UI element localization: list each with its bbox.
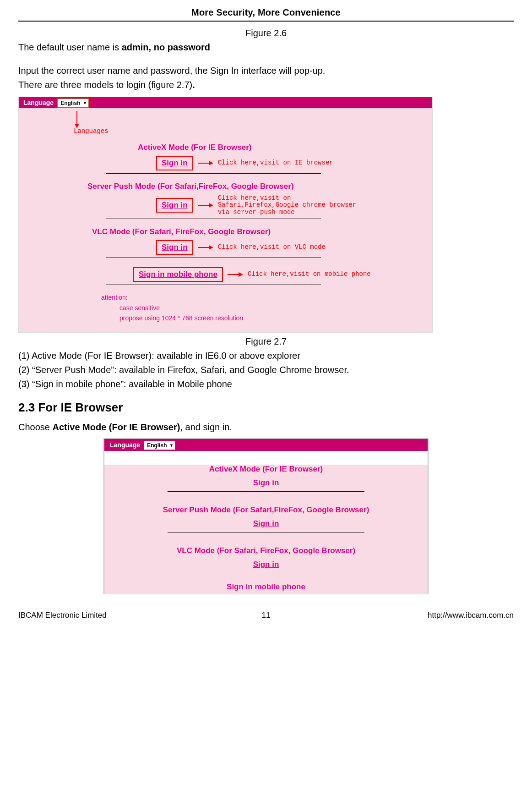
list-mode-2: (2) “Server Push Mode”: available in Fir… (18, 364, 514, 376)
language-select-wrap: English ▾ (57, 99, 89, 106)
choose-bold: Active Mode (For IE Browser) (53, 422, 180, 432)
list-mode-3: (3) “Sign in mobile phone”: available in… (18, 378, 514, 390)
languages-callout-text: Languages (74, 127, 109, 135)
intro-line-1-bold: admin, no password (122, 42, 210, 52)
signin-mobile-link[interactable]: Sign in mobile phone (225, 582, 307, 592)
language-bar: Language English ▾ (104, 439, 428, 451)
signin-serverpush-row: Sign in Click here,visit on Safari,Firef… (156, 195, 432, 216)
language-label: Language (110, 441, 140, 449)
signin-vlc-link[interactable]: Sign in (162, 243, 188, 252)
signin-panel: Languages ActiveX Mode (For IE Browser) … (19, 108, 432, 332)
attention-line-2: propose using 1024 * 768 screen resoluti… (101, 313, 432, 323)
callout-push-text: Click here,visit on Safari,Firefox,Googl… (218, 195, 356, 216)
figure-clean-box: Language English ▾ ActiveX Mode (For IE … (103, 438, 429, 594)
arrow-right-icon (228, 271, 243, 278)
footer-page-number: 11 (184, 611, 349, 620)
mode-serverpush-title: Server Push Mode (For Safari,FireFox, Go… (104, 505, 428, 515)
page-header-title: More Security, More Convenience (18, 7, 514, 18)
mode-divider (106, 285, 321, 285)
attention-block: attention: case sensitive propose using … (101, 292, 432, 323)
red-box-annotation: Sign in (156, 198, 193, 213)
figure-caption-26: Figure 2.6 (18, 28, 514, 38)
language-bar: Language English ▾ (19, 97, 432, 108)
figure-caption-27: Figure 2.7 (18, 336, 514, 347)
callout-ie-text: Click here,visit on IE browser (218, 159, 333, 166)
signin-activex-link[interactable]: Sign in (251, 477, 281, 488)
signin-vlc-row: Sign in Click here,visit on VLC mode (156, 240, 432, 255)
signin-panel: ActiveX Mode (For IE Browser) Sign in Se… (104, 465, 428, 594)
mode-serverpush-title: Server Push Mode (For Safari,FireFox, Go… (87, 182, 432, 191)
signin-serverpush-link[interactable]: Sign in (251, 518, 281, 529)
red-box-annotation: Sign in (156, 240, 193, 255)
attention-label: attention: (101, 294, 128, 301)
intro-line-3-pre: There are three models to login (figure … (18, 80, 192, 90)
callout-mobile-text: Click here,visit on mobile phone (248, 271, 371, 278)
language-select[interactable]: English (144, 441, 175, 450)
signin-mobile-link[interactable]: Sign in mobile phone (139, 270, 217, 279)
signin-activex-link[interactable]: Sign in (162, 159, 188, 167)
callout-vlc-text: Click here,visit on VLC mode (218, 244, 326, 251)
svg-marker-9 (239, 272, 243, 277)
intro-line-3: There are three models to login (figure … (18, 79, 514, 91)
mode-activex-title: ActiveX Mode (For IE Browser) (138, 143, 432, 152)
signin-serverpush-link[interactable]: Sign in (162, 201, 188, 209)
language-label: Language (23, 99, 54, 106)
intro-line-3-dot: . (192, 80, 195, 90)
arrow-down-icon (74, 111, 80, 128)
language-select-wrap: English ▾ (144, 441, 175, 449)
footer-url: http://www.ibcam.com.cn (348, 611, 514, 620)
signin-vlc-link[interactable]: Sign in (251, 559, 281, 570)
arrow-right-icon (198, 202, 213, 208)
mode-divider (168, 532, 364, 532)
language-select-value: English (60, 100, 80, 106)
mode-vlc-title: VLC Mode (For Safari, FireFox, Google Br… (92, 227, 432, 236)
choose-post: , and sign in. (180, 422, 232, 432)
choose-line: Choose Active Mode (For IE Browser), and… (18, 421, 514, 433)
mode-divider (168, 573, 364, 573)
figure-27-box: Language English ▾ Languages ActiveX Mod… (18, 97, 433, 333)
svg-marker-7 (209, 245, 213, 250)
languages-callout: Languages (19, 108, 432, 135)
mode-mobile-block: Sign in mobile phone Click here,visit on… (19, 258, 432, 285)
language-select-value: English (147, 442, 167, 449)
mode-serverpush-block: Server Push Mode (For Safari,FireFox, Go… (19, 174, 432, 219)
red-box-annotation: Sign in (156, 156, 193, 170)
signin-mobile-row: Sign in mobile phone Click here,visit on… (133, 267, 432, 282)
language-select[interactable]: English (57, 99, 89, 108)
svg-marker-5 (209, 203, 213, 208)
intro-line-1-pre: The default user name is (18, 42, 122, 52)
signin-activex-row: Sign in Click here,visit on IE browser (156, 156, 432, 170)
svg-marker-3 (209, 161, 213, 165)
mode-vlc-title: VLC Mode (For Safari, FireFox, Google Br… (104, 546, 428, 555)
red-box-annotation: Sign in mobile phone (133, 267, 223, 282)
intro-line-1: The default user name is admin, no passw… (18, 41, 514, 54)
mode-activex-block: ActiveX Mode (For IE Browser) Sign in Cl… (19, 135, 432, 174)
list-mode-1: (1) Active Mode (For IE Browser): availa… (18, 350, 514, 362)
intro-line-2: Input the correct user name and password… (18, 65, 514, 77)
attention-line-1: case sensitive (101, 303, 432, 313)
arrow-right-icon (198, 160, 213, 166)
header-divider (18, 21, 514, 22)
mode-divider (168, 491, 364, 492)
page-footer: IBCAM Electronic Limited 11 http://www.i… (18, 611, 514, 620)
arrow-right-icon (198, 244, 213, 251)
choose-pre: Choose (18, 422, 53, 432)
mode-activex-title: ActiveX Mode (For IE Browser) (104, 465, 428, 474)
footer-company: IBCAM Electronic Limited (18, 611, 184, 620)
section-heading-2-3: 2.3 For IE Browser (18, 400, 514, 415)
mode-vlc-block: VLC Mode (For Safari, FireFox, Google Br… (19, 219, 432, 258)
